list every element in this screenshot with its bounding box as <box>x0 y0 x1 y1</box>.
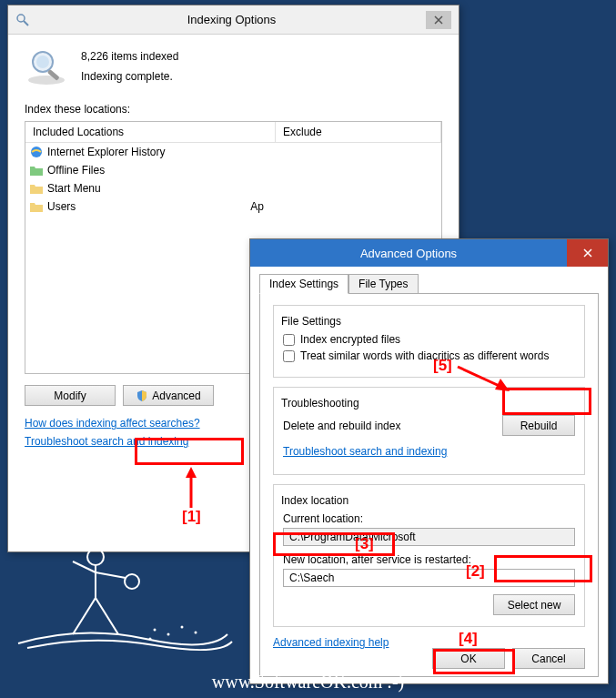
list-item[interactable]: Offline Files <box>25 161 441 179</box>
advanced-help-link[interactable]: Advanced indexing help <box>273 636 585 649</box>
current-location-field <box>283 528 575 546</box>
exclude-partial: Ap <box>250 200 264 213</box>
encrypted-checkbox-row[interactable]: Index encrypted files <box>283 333 575 346</box>
close-icon <box>583 248 592 258</box>
close-button[interactable] <box>567 239 608 267</box>
svg-line-3 <box>96 572 126 578</box>
shield-icon <box>136 389 148 402</box>
magnifier-large-icon <box>25 47 68 86</box>
list-item-label: Internet Explorer History <box>47 146 165 158</box>
watermark-text: www.SoftwareOK.com :-) <box>0 672 616 693</box>
fieldset-label: Troubleshooting <box>278 397 363 410</box>
cancel-button[interactable]: Cancel <box>512 648 585 669</box>
svg-line-2 <box>73 561 96 572</box>
window-titlebar: Advanced Options <box>250 239 608 267</box>
folder-green-icon <box>29 163 44 177</box>
list-item-label: Users <box>47 200 76 213</box>
window-title: Advanced Options <box>250 247 567 260</box>
list-item[interactable]: Start Menu <box>25 179 441 197</box>
tab-index-settings[interactable]: Index Settings <box>259 274 348 294</box>
locations-label: Index these locations: <box>25 103 442 116</box>
current-location-label: Current location: <box>283 512 575 525</box>
diacritics-checkbox[interactable] <box>283 350 295 362</box>
encrypted-checkbox[interactable] <box>283 334 295 346</box>
select-new-button[interactable]: Select new <box>493 594 575 615</box>
troubleshooting-group: Troubleshooting Delete and rebuild index… <box>273 387 585 475</box>
ie-icon <box>29 145 44 159</box>
folder-icon <box>29 199 44 214</box>
rebuild-button[interactable]: Rebuild <box>502 415 575 436</box>
ok-button[interactable]: OK <box>432 648 505 669</box>
svg-point-18 <box>167 633 170 636</box>
svg-point-17 <box>154 629 157 632</box>
svg-point-22 <box>17 15 25 22</box>
advanced-options-window: Advanced Options Index Settings File Typ… <box>249 238 609 684</box>
svg-line-23 <box>24 21 28 25</box>
items-indexed-text: 8,226 items indexed <box>81 47 178 67</box>
advanced-button[interactable]: Advanced <box>123 385 214 406</box>
svg-point-20 <box>195 632 197 634</box>
modify-button[interactable]: Modify <box>25 385 116 406</box>
folder-icon <box>29 181 44 196</box>
diacritics-checkbox-row[interactable]: Treat similar words with diacritics as d… <box>283 349 575 362</box>
tab-file-types[interactable]: File Types <box>348 274 418 294</box>
col-exclude-header[interactable]: Exclude <box>276 122 441 142</box>
svg-point-26 <box>36 56 49 68</box>
svg-point-4 <box>125 574 139 589</box>
svg-point-24 <box>28 76 65 85</box>
list-item[interactable]: Internet Explorer History <box>25 143 441 161</box>
new-location-label: New location, after service is restarted… <box>283 553 575 566</box>
svg-point-21 <box>149 638 152 641</box>
svg-point-19 <box>181 626 184 629</box>
list-item-label: Start Menu <box>47 182 101 195</box>
fieldset-label: Index location <box>278 494 352 507</box>
new-location-field[interactable] <box>283 569 575 587</box>
close-icon <box>434 15 443 25</box>
svg-line-5 <box>73 598 96 634</box>
window-title: Indexing Options <box>37 13 426 26</box>
indexing-status-text: Indexing complete. <box>81 67 178 87</box>
rebuild-label: Delete and rebuild index <box>283 420 400 432</box>
troubleshoot-link[interactable]: Troubleshoot search and indexing <box>283 445 575 458</box>
list-item-label: Offline Files <box>47 164 105 177</box>
checkbox-label: Treat similar words with diacritics as d… <box>300 349 549 362</box>
search-icon <box>15 13 30 27</box>
list-item[interactable]: Users Ap <box>25 197 441 216</box>
svg-line-6 <box>96 598 118 634</box>
col-included-header[interactable]: Included Locations <box>25 122 276 142</box>
fieldset-label: File Settings <box>278 315 345 328</box>
close-button[interactable] <box>426 11 451 29</box>
checkbox-label: Index encrypted files <box>300 333 400 346</box>
index-location-group: Index location Current location: New loc… <box>273 484 585 627</box>
file-settings-group: File Settings Index encrypted files Trea… <box>273 305 585 378</box>
window-titlebar: Indexing Options <box>8 5 459 35</box>
